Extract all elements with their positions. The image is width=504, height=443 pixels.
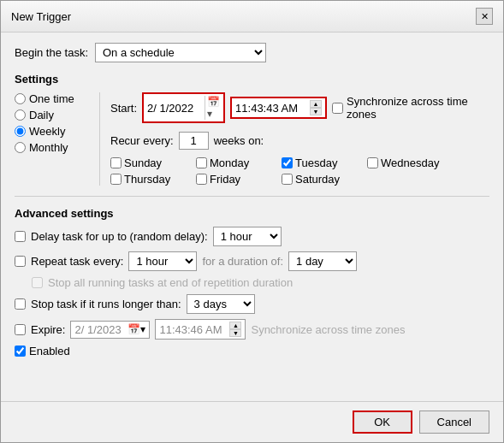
sync-timezone-label: Synchronize across time zones [347, 95, 489, 121]
stop-all-checkbox[interactable] [32, 277, 43, 288]
radio-one-time[interactable]: One time [15, 92, 91, 105]
expire-row: Expire: 📅▾ ▲ ▼ Synchronize across time z… [15, 319, 489, 340]
wednesday-checkbox[interactable] [367, 157, 378, 168]
advanced-settings-label: Advanced settings [15, 207, 489, 220]
expire-spin-down[interactable]: ▼ [229, 329, 241, 337]
expire-date-input[interactable] [74, 323, 126, 336]
expire-date-wrapper: 📅▾ [70, 321, 150, 339]
calendar-icon[interactable]: 📅▾ [205, 96, 220, 120]
dialog-body: Begin the task: On a schedule Settings O… [1, 32, 503, 401]
title-bar: New Trigger ✕ [1, 1, 503, 32]
friday-label: Friday [210, 173, 240, 186]
start-time-input[interactable] [235, 102, 308, 115]
recur-suffix-label: weeks on: [214, 134, 264, 147]
cancel-button[interactable]: Cancel [419, 411, 489, 434]
start-date-input[interactable] [147, 102, 203, 115]
sunday-checkbox[interactable] [110, 157, 122, 168]
expire-time-input[interactable] [159, 323, 228, 336]
tuesday-checkbox[interactable] [282, 157, 293, 168]
day-tuesday: Tuesday [282, 157, 359, 169]
radio-weekly[interactable]: Weekly [15, 125, 91, 138]
right-settings: Start: 📅▾ ▲ ▼ Synchronize a [110, 92, 489, 186]
radio-weekly-label: Weekly [29, 125, 65, 138]
delay-task-row: Delay task for up to (random delay): 1 h… [15, 227, 489, 246]
stop-all-label: Stop all running tasks at end of repetit… [48, 276, 293, 289]
expire-spin-buttons: ▲ ▼ [229, 322, 241, 337]
day-monday: Monday [196, 157, 273, 169]
thursday-label: Thursday [124, 173, 170, 186]
saturday-label: Saturday [295, 173, 340, 186]
expire-label: Expire: [31, 323, 65, 336]
expire-time-wrapper: ▲ ▼ [155, 319, 246, 340]
repeat-task-row: Repeat task every: 1 hour for a duration… [15, 251, 489, 271]
tuesday-label: Tuesday [295, 157, 337, 169]
friday-checkbox[interactable] [196, 174, 207, 185]
radio-daily-input[interactable] [15, 109, 26, 121]
repeat-task-label: Repeat task every: [31, 255, 123, 268]
sync-check-row: Synchronize across time zones [332, 95, 489, 121]
advanced-settings: Advanced settings Delay task for up to (… [15, 207, 489, 357]
radio-weekly-input[interactable] [15, 126, 26, 137]
stop-task-checkbox[interactable] [15, 298, 26, 310]
expire-sync-label: Synchronize across time zones [251, 323, 405, 336]
enabled-row: Enabled [15, 345, 489, 357]
expire-spin-up[interactable]: ▲ [229, 322, 241, 329]
close-button[interactable]: ✕ [476, 8, 493, 25]
days-grid: Sunday Monday Tuesday Wednesday [110, 157, 489, 186]
time-spin-buttons: ▲ ▼ [310, 100, 322, 115]
radio-monthly-input[interactable] [15, 142, 26, 153]
settings-section-label: Settings [15, 73, 489, 86]
recur-prefix-label: Recur every: [110, 134, 174, 147]
ok-button[interactable]: OK [353, 411, 412, 434]
for-duration-label: for a duration of: [202, 255, 283, 268]
wednesday-label: Wednesday [381, 157, 439, 169]
recur-row: Recur every: weeks on: [110, 132, 489, 150]
thursday-checkbox[interactable] [110, 174, 122, 185]
day-thursday: Thursday [110, 173, 187, 186]
sync-timezone-checkbox[interactable] [332, 103, 343, 114]
start-time-input-wrapper: ▲ ▼ [230, 97, 327, 119]
radio-group: One time Daily Weekly Monthly [15, 92, 100, 186]
radio-daily-label: Daily [29, 109, 54, 121]
radio-one-time-label: One time [29, 92, 74, 105]
radio-monthly-label: Monthly [29, 141, 68, 154]
begin-task-label: Begin the task: [15, 46, 88, 59]
new-trigger-dialog: New Trigger ✕ Begin the task: On a sched… [0, 0, 504, 443]
stop-task-label: Stop task if it runs longer than: [31, 298, 181, 310]
radio-daily[interactable]: Daily [15, 109, 91, 121]
start-row: Start: 📅▾ ▲ ▼ Synchronize a [110, 92, 489, 123]
recur-value-input[interactable] [179, 132, 209, 150]
dialog-footer: OK Cancel [1, 401, 503, 442]
dialog-title: New Trigger [11, 10, 71, 23]
sunday-label: Sunday [124, 157, 162, 169]
day-friday: Friday [196, 173, 273, 186]
repeat-task-select[interactable]: 1 hour [128, 251, 197, 271]
expire-checkbox[interactable] [15, 324, 26, 335]
enabled-label: Enabled [29, 345, 70, 357]
monday-label: Monday [210, 157, 249, 169]
stop-all-row: Stop all running tasks at end of repetit… [32, 276, 489, 289]
saturday-checkbox[interactable] [282, 174, 293, 185]
days-row-1: Sunday Monday Tuesday Wednesday [110, 157, 489, 169]
start-label: Start: [110, 102, 137, 115]
monday-checkbox[interactable] [196, 157, 207, 168]
delay-task-label: Delay task for up to (random delay): [31, 230, 208, 243]
days-row-2: Thursday Friday Saturday [110, 173, 489, 186]
enabled-checkbox[interactable] [15, 346, 26, 357]
repeat-task-checkbox[interactable] [15, 256, 26, 267]
time-spin-down[interactable]: ▼ [310, 108, 322, 115]
delay-task-checkbox[interactable] [15, 231, 26, 242]
day-wednesday: Wednesday [367, 157, 444, 169]
begin-task-select[interactable]: On a schedule [95, 43, 266, 62]
duration-select[interactable]: 1 day [288, 251, 357, 271]
settings-divider [15, 196, 489, 197]
time-spin-up[interactable]: ▲ [310, 100, 322, 108]
day-saturday: Saturday [282, 173, 359, 186]
radio-one-time-input[interactable] [15, 93, 26, 104]
stop-task-select[interactable]: 3 days [187, 294, 255, 314]
begin-task-row: Begin the task: On a schedule [15, 43, 489, 62]
start-date-input-wrapper: 📅▾ [142, 92, 225, 123]
radio-monthly[interactable]: Monthly [15, 141, 91, 154]
delay-task-select[interactable]: 1 hour [213, 227, 282, 246]
expire-calendar-icon[interactable]: 📅▾ [127, 323, 145, 335]
